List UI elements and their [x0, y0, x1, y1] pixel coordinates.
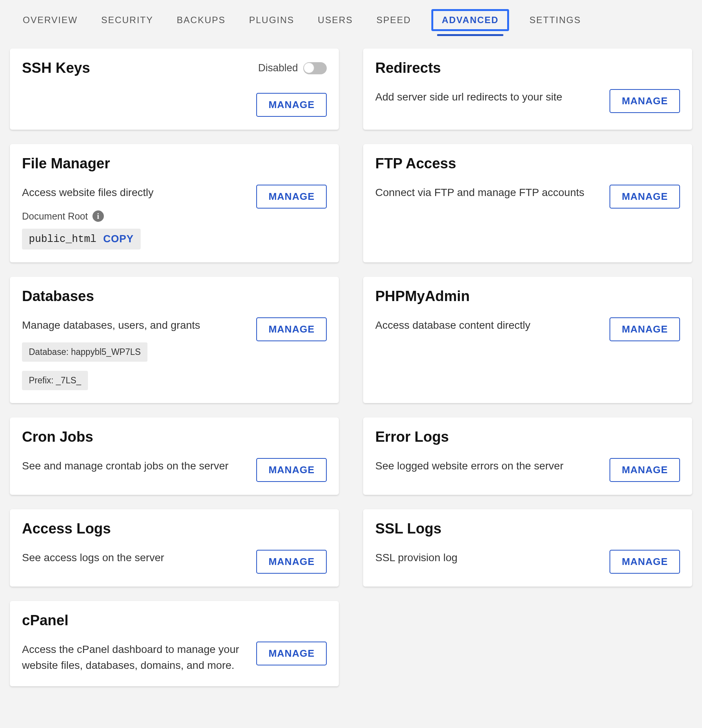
card-desc: See and manage crontab jobs on the serve… [22, 458, 247, 474]
manage-button-filemanager[interactable]: MANAGE [256, 185, 327, 209]
card-title: FTP Access [375, 155, 680, 172]
tab-advanced[interactable]: ADVANCED [431, 9, 509, 31]
tab-plugins[interactable]: PLUGINS [246, 11, 297, 29]
card-desc: See access logs on the server [22, 550, 247, 566]
manage-button-databases[interactable]: MANAGE [256, 317, 327, 341]
database-name-chip: Database: happybl5_WP7LS [22, 342, 147, 362]
card-desc: Access the cPanel dashboard to manage yo… [22, 642, 247, 673]
card-desc: Connect via FTP and manage FTP accounts [375, 185, 600, 201]
tab-settings[interactable]: SETTINGS [526, 11, 584, 29]
tab-users[interactable]: USERS [315, 11, 356, 29]
card-databases: Databases Manage databases, users, and g… [10, 277, 339, 403]
card-redirects: Redirects Add server side url redirects … [363, 49, 692, 130]
card-cron-jobs: Cron Jobs See and manage crontab jobs on… [10, 417, 339, 495]
card-title: SSH Keys [22, 60, 90, 76]
card-title: Error Logs [375, 429, 680, 445]
tab-nav: OVERVIEW SECURITY BACKUPS PLUGINS USERS … [10, 0, 692, 39]
cards-grid: SSH Keys Disabled MANAGE Redirects Add s… [10, 49, 692, 686]
tab-backups[interactable]: BACKUPS [174, 11, 229, 29]
card-ssh-keys: SSH Keys Disabled MANAGE [10, 49, 339, 130]
card-file-manager: File Manager Access website files direct… [10, 144, 339, 262]
card-phpmyadmin: PHPMyAdmin Access database content direc… [363, 277, 692, 403]
document-root-value: public_html [29, 234, 96, 245]
manage-button-cron[interactable]: MANAGE [256, 458, 327, 482]
card-title: SSL Logs [375, 521, 680, 537]
card-ftp-access: FTP Access Connect via FTP and manage FT… [363, 144, 692, 262]
card-desc: SSL provision log [375, 550, 600, 566]
manage-button-errorlogs[interactable]: MANAGE [610, 458, 680, 482]
card-title: Cron Jobs [22, 429, 327, 445]
ssh-toggle-wrap: Disabled [258, 62, 327, 74]
document-root-row: Document Root i [22, 210, 247, 222]
copy-button[interactable]: COPY [103, 233, 134, 245]
manage-button-phpmyadmin[interactable]: MANAGE [610, 317, 680, 341]
card-desc: Access database content directly [375, 317, 600, 333]
card-error-logs: Error Logs See logged website errors on … [363, 417, 692, 495]
info-icon[interactable]: i [92, 210, 104, 222]
card-title: Access Logs [22, 521, 327, 537]
card-title: Databases [22, 288, 327, 304]
card-desc: See logged website errors on the server [375, 458, 600, 474]
document-root-chip: public_html COPY [22, 229, 141, 249]
tab-security[interactable]: SECURITY [98, 11, 156, 29]
tab-speed[interactable]: SPEED [373, 11, 414, 29]
document-root-label: Document Root [22, 211, 88, 222]
manage-button-ssllogs[interactable]: MANAGE [610, 550, 680, 574]
manage-button-accesslogs[interactable]: MANAGE [256, 550, 327, 574]
ssh-status-label: Disabled [258, 62, 298, 74]
card-ssl-logs: SSL Logs SSL provision log MANAGE [363, 509, 692, 587]
tab-overview[interactable]: OVERVIEW [20, 11, 81, 29]
manage-button-redirects[interactable]: MANAGE [610, 89, 680, 113]
manage-button-ftp[interactable]: MANAGE [610, 185, 680, 209]
card-title: File Manager [22, 155, 327, 172]
card-title: Redirects [375, 60, 680, 76]
database-prefix-chip: Prefix: _7LS_ [22, 371, 88, 390]
manage-button-ssh[interactable]: MANAGE [256, 93, 327, 117]
card-cpanel: cPanel Access the cPanel dashboard to ma… [10, 601, 339, 686]
card-desc: Manage databases, users, and grants [22, 317, 247, 333]
ssh-toggle[interactable] [303, 62, 327, 74]
card-desc: Add server side url redirects to your si… [375, 89, 600, 105]
manage-button-cpanel[interactable]: MANAGE [256, 642, 327, 665]
card-title: PHPMyAdmin [375, 288, 680, 304]
card-access-logs: Access Logs See access logs on the serve… [10, 509, 339, 587]
card-title: cPanel [22, 612, 327, 629]
toggle-knob-icon [304, 63, 314, 73]
card-desc: Access website files directly [22, 185, 247, 201]
